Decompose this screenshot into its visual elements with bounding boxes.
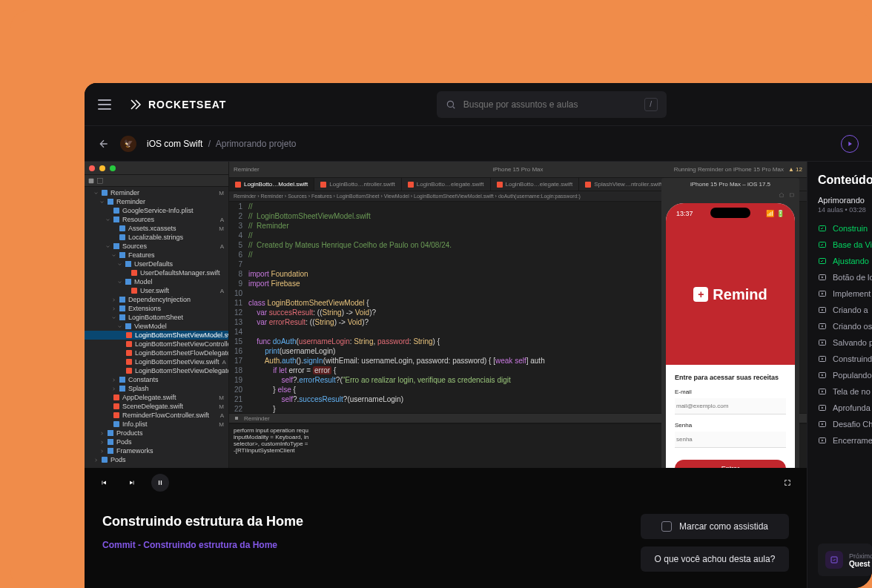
tree-item[interactable]: ReminderFlowController.swiftA	[85, 411, 228, 420]
content-item[interactable]: Tela de no	[818, 387, 872, 396]
tree-item[interactable]: ResourcesA	[85, 215, 228, 224]
tree-item[interactable]: Features	[85, 251, 228, 260]
checkbox-icon	[661, 521, 672, 532]
breadcrumb-course[interactable]: iOS com Swift	[147, 139, 202, 149]
tree-item[interactable]: ViewModel	[85, 322, 228, 331]
next-button[interactable]	[123, 474, 141, 492]
editor-tab[interactable]: LoginBotto…elegate.swift	[491, 178, 580, 191]
tree-item[interactable]: SourcesA	[85, 242, 228, 251]
content-item[interactable]: Desafio Ch	[818, 420, 872, 429]
tree-item[interactable]: AppDelegate.swiftM	[85, 393, 228, 402]
content-sidebar-title: Conteúdo	[818, 174, 872, 187]
content-item[interactable]: Construind	[818, 354, 872, 363]
tree-item[interactable]: LoginBottomSheetViewDelegate.swiftA	[85, 366, 228, 375]
content-item[interactable]: Criando os	[818, 322, 872, 331]
warnings-badge[interactable]: ▲ 12	[788, 166, 802, 173]
quiz-icon	[825, 551, 843, 569]
ide-video-frame[interactable]: ReminderMReminderGoogleService-Info.plis…	[85, 162, 807, 468]
commit-link[interactable]: Commit - Construindo estrutura da Home	[102, 540, 626, 550]
play-icon	[818, 387, 827, 396]
content-meta: 14 aulas • 03:28	[818, 206, 872, 214]
content-item[interactable]: Populando	[818, 371, 872, 380]
tree-item[interactable]: Products	[85, 429, 228, 437]
tree-item[interactable]: LoginBottomSheet	[85, 313, 228, 322]
breadcrumb-bar: 🦅 iOS com Swift / Aprimorando projeto	[85, 126, 872, 162]
screenshot-icon[interactable]	[789, 192, 795, 198]
tree-item[interactable]: LoginBottomSheetViewController.swiftA	[85, 340, 228, 348]
home-icon[interactable]	[779, 192, 785, 198]
prev-button[interactable]	[95, 474, 113, 492]
maximize-window-icon[interactable]	[110, 165, 116, 171]
video-controls	[85, 468, 807, 498]
tree-item[interactable]: Info.plistM	[85, 420, 228, 429]
tree-item[interactable]: Pods	[85, 455, 228, 464]
simulator-toolbar[interactable]	[661, 190, 799, 200]
tree-item[interactable]: Localizable.strings	[85, 233, 228, 242]
tree-item[interactable]: Splash	[85, 384, 228, 393]
phone-statusbar: 13:37 📶 🔋	[666, 203, 795, 224]
feedback-button[interactable]: O que você achou desta aula?	[641, 546, 789, 572]
content-item-label: Tela de no	[833, 387, 871, 396]
editor-tab[interactable]: SplashView…ntroller.swift	[579, 178, 669, 191]
next-content-box[interactable]: Próximo Quest	[818, 544, 872, 576]
tree-item[interactable]: UserDefaults	[85, 260, 228, 268]
scheme-name[interactable]: Reminder	[234, 166, 260, 173]
mark-watched-button[interactable]: Marcar como assistida	[641, 514, 789, 539]
content-item[interactable]: Implement	[818, 289, 872, 298]
file-tree[interactable]: ReminderMReminderGoogleService-Info.plis…	[85, 187, 228, 466]
content-list: ConstruinBase da ViAjustandoBotão de loI…	[818, 224, 872, 544]
login-button[interactable]: Entrar	[675, 460, 786, 468]
tree-item[interactable]: Constants	[85, 375, 228, 384]
tree-item[interactable]: GoogleService-Info.plist	[85, 206, 228, 215]
tree-item[interactable]: DependencyInjection	[85, 295, 228, 304]
password-field[interactable]	[675, 432, 786, 448]
content-item[interactable]: Base da Vi	[818, 240, 872, 249]
xcode-window-controls	[85, 162, 228, 175]
tree-item[interactable]: LoginBottomSheetFlowDelegate.s…A	[85, 348, 228, 357]
brand-logo[interactable]: ROCKETSEAT	[129, 98, 226, 111]
tree-item[interactable]: Frameworks	[85, 446, 228, 455]
video-area: ReminderMReminderGoogleService-Info.plis…	[85, 162, 807, 588]
email-field[interactable]	[675, 398, 786, 414]
editor-tab[interactable]: LoginBotto…elegate.swift	[402, 178, 491, 191]
tree-item[interactable]: LoginBottomSheetViewModel.swiftA	[85, 331, 228, 340]
hamburger-menu-icon[interactable]	[98, 99, 111, 110]
search-input[interactable]	[463, 99, 637, 110]
close-window-icon[interactable]	[89, 165, 95, 171]
tree-item[interactable]: Reminder	[85, 197, 228, 206]
tree-item[interactable]: Assets.xcassetsM	[85, 224, 228, 233]
tree-item[interactable]: SceneDelegate.swiftM	[85, 402, 228, 411]
content-item[interactable]: Salvando p	[818, 338, 872, 347]
device-target[interactable]: iPhone 15 Pro Max	[492, 166, 543, 173]
play-icon	[818, 338, 827, 347]
tree-item[interactable]: Pods	[85, 437, 228, 446]
content-item-label: Base da Vi	[833, 240, 872, 249]
tree-item[interactable]: LoginBottomSheetView.swiftA	[85, 357, 228, 366]
svg-rect-5	[159, 480, 159, 485]
play-pause-button[interactable]	[151, 474, 169, 492]
xcode-navigator-tabs[interactable]	[85, 175, 228, 187]
tree-item[interactable]: Extensions	[85, 304, 228, 313]
content-item[interactable]: Aprofunda	[818, 403, 872, 412]
lesson-title: Construindo estrutura da Home	[102, 514, 626, 529]
content-item[interactable]: Ajustando	[818, 257, 872, 265]
back-arrow-icon[interactable]	[98, 138, 110, 150]
tree-item[interactable]: UserDefaultsManager.swift	[85, 268, 228, 277]
play-circle-icon[interactable]	[841, 135, 859, 153]
content-item[interactable]: Construin	[818, 224, 872, 233]
search-bar[interactable]: /	[437, 91, 667, 118]
tree-item[interactable]: Model	[85, 277, 228, 286]
minimize-window-icon[interactable]	[99, 165, 105, 171]
slash-shortcut-badge: /	[644, 98, 658, 111]
editor-tab[interactable]: LoginBotto…ntroller.swift	[314, 178, 402, 191]
fullscreen-button[interactable]	[779, 474, 796, 492]
content-item[interactable]: Botão de lo	[818, 273, 872, 282]
ios-simulator[interactable]: iPhone 15 Pro Max – iOS 17.5 13:37 📶 🔋	[661, 178, 799, 468]
play-icon	[818, 403, 827, 412]
editor-tab[interactable]: LoginBotto…Model.swift	[229, 178, 314, 191]
tree-item[interactable]: ReminderM	[85, 188, 228, 197]
content-item[interactable]: Encerrame	[818, 436, 872, 445]
phone-screen[interactable]: 13:37 📶 🔋 + Remind Entre para acessar su…	[666, 203, 795, 468]
content-item[interactable]: Criando a	[818, 305, 872, 314]
tree-item[interactable]: User.swiftA	[85, 286, 228, 295]
